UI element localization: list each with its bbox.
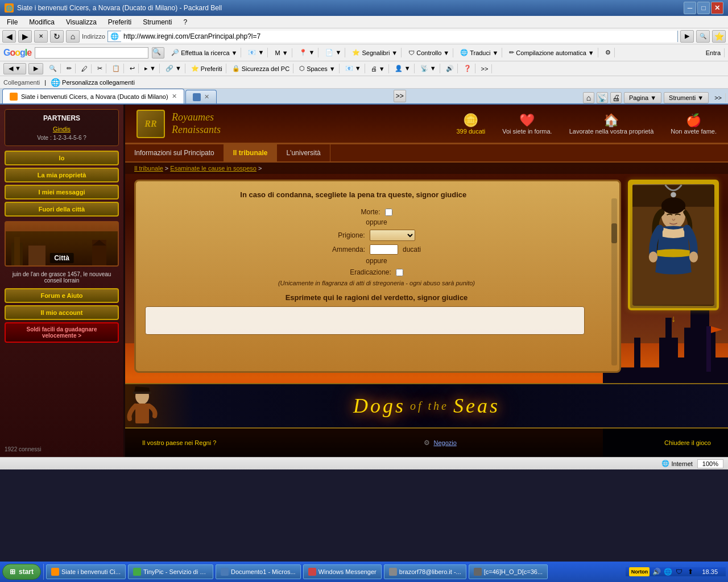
cut-btn[interactable]: ✂ bbox=[94, 64, 106, 73]
tab-close-0[interactable]: ✕ bbox=[172, 93, 177, 100]
speaker-btn[interactable]: 🔊 bbox=[442, 64, 458, 73]
tab-universita[interactable]: L'università bbox=[277, 144, 330, 161]
refresh-button[interactable]: ↻ bbox=[50, 30, 64, 43]
menu-preferiti[interactable]: Preferiti bbox=[104, 17, 136, 27]
vote-label[interactable]: Vote : 1-2-3-4-5-6 ? bbox=[10, 135, 114, 141]
forward-button[interactable]: ▶ bbox=[18, 30, 32, 43]
footer-link-3[interactable]: Chiudere il gioco bbox=[664, 439, 711, 447]
scrollbar[interactable] bbox=[611, 198, 617, 365]
taskbar-btn-0[interactable]: Siate i benvenuti Ci... bbox=[46, 564, 126, 579]
banner[interactable]: Dogs of the Seas bbox=[125, 383, 728, 429]
taskbar-btn-4[interactable]: brazorf78@libero.it -... bbox=[384, 564, 466, 579]
partners-link[interactable]: Gindis bbox=[10, 126, 114, 132]
search-refresh[interactable]: 🔍 bbox=[696, 30, 710, 43]
tab-expand[interactable]: >> bbox=[711, 93, 726, 102]
eradicazione-checkbox[interactable] bbox=[396, 269, 403, 276]
personalizza-link[interactable]: 🌐 Personalizza collegamenti bbox=[51, 78, 135, 87]
tab-pagina[interactable]: Pagina ▼ bbox=[624, 92, 661, 103]
search-btn2[interactable]: 🔍 bbox=[46, 64, 61, 73]
edit2-btn[interactable]: 🖊 bbox=[78, 64, 92, 73]
taskbar-btn-3[interactable]: Windows Messenger bbox=[303, 564, 382, 579]
tray-network[interactable]: 🔊 bbox=[652, 567, 661, 576]
tab-tribunale[interactable]: Il tribunale bbox=[224, 144, 278, 161]
footer-link-1[interactable]: Il vostro paese nei Regni ? bbox=[142, 439, 216, 447]
stop-button[interactable]: ✕ bbox=[34, 30, 48, 43]
paste-btn[interactable]: 📋 bbox=[109, 64, 124, 73]
start-button[interactable]: ⊞ start bbox=[2, 564, 41, 580]
spaces-btn[interactable]: ⬡ Spaces ▼ bbox=[296, 64, 340, 73]
google-search-input[interactable] bbox=[35, 47, 148, 59]
scrollbar-thumb[interactable] bbox=[611, 223, 617, 243]
menu-visualizza[interactable]: Visualizza bbox=[61, 17, 101, 27]
segnalibri-group[interactable]: ⭐ Segnalibri ▼ bbox=[349, 48, 402, 57]
taskbar-btn-1[interactable]: TinyPic - Servizio di h... bbox=[128, 564, 213, 579]
google-search-button[interactable]: 🔍 bbox=[152, 47, 164, 59]
verdict-textarea[interactable] bbox=[145, 306, 585, 335]
forward-btn2[interactable]: ▶ bbox=[28, 63, 43, 74]
undo-btn[interactable]: ↩ bbox=[126, 64, 139, 73]
compilazione-group[interactable]: ✏ Compilazione automatica ▼ bbox=[506, 48, 598, 57]
traduci-group[interactable]: 🌐 Traduci ▼ bbox=[457, 48, 502, 57]
gmail-group[interactable]: M ▼ bbox=[271, 48, 292, 57]
controllo-group[interactable]: 🛡 Controllo ▼ bbox=[405, 48, 453, 57]
morte-checkbox[interactable] bbox=[385, 209, 392, 216]
nav-special[interactable]: Soldi facili da guadagnare velocemente > bbox=[5, 322, 119, 343]
print-btn[interactable]: 🖨 ▼ bbox=[367, 64, 389, 73]
effettua-ricerca-group[interactable]: 🔎Effettua la ricerca▼ bbox=[168, 48, 241, 57]
back-btn2[interactable]: ◀ ▼ bbox=[3, 63, 26, 74]
nav3-btn[interactable]: ▸ ▼ bbox=[141, 64, 160, 73]
tab-principato[interactable]: Informazioni sul Principato bbox=[125, 144, 224, 161]
nav-forum[interactable]: Forum e Aiuto bbox=[5, 288, 119, 303]
minimize-button[interactable]: ─ bbox=[684, 2, 696, 14]
norton-icon[interactable]: Norton bbox=[629, 567, 650, 576]
expand-btn[interactable]: >> bbox=[478, 64, 493, 73]
mail-btn2[interactable]: 📧 ▼ bbox=[342, 64, 365, 73]
maps-group[interactable]: 📍 ▼ bbox=[296, 48, 319, 57]
rss-btn[interactable]: 📡 ▼ bbox=[417, 64, 440, 73]
tab-strumenti[interactable]: Strumenti ▼ bbox=[664, 92, 709, 103]
tab-home[interactable]: ⌂ bbox=[583, 92, 594, 103]
help-btn[interactable]: ❓ bbox=[460, 64, 475, 73]
tab-0[interactable]: Siate i benvenuti Cicers, a Novara (Duca… bbox=[2, 89, 184, 103]
edit-btn[interactable]: ✏ bbox=[63, 64, 76, 73]
maximize-button[interactable]: □ bbox=[697, 2, 710, 14]
back-button[interactable]: ◀ bbox=[2, 30, 16, 43]
taskbar-btn-5[interactable]: [c=46]H_O_D[c=36... bbox=[469, 564, 548, 579]
nav-messaggi[interactable]: I miei messaggi bbox=[5, 185, 119, 199]
tab-nav-right[interactable]: >> bbox=[394, 90, 406, 102]
email-group[interactable]: 📧 ▼ bbox=[245, 48, 268, 57]
go-button[interactable]: ▶ bbox=[680, 30, 694, 43]
tray-update[interactable]: ⬆ bbox=[686, 567, 695, 576]
nav-fuori[interactable]: Fuori della città bbox=[5, 202, 119, 217]
menu-file[interactable]: File bbox=[2, 17, 22, 27]
breadcrumb-tribunale[interactable]: Il tribunale bbox=[134, 165, 163, 172]
menu-modifica[interactable]: Modifica bbox=[24, 17, 59, 27]
tray-antivirus[interactable]: 🛡 bbox=[675, 567, 684, 576]
tab-close-1[interactable]: ✕ bbox=[204, 93, 209, 101]
tab-1[interactable]: ✕ bbox=[185, 90, 217, 103]
city-image[interactable]: Città bbox=[5, 221, 119, 267]
breadcrumb-esaminate[interactable]: Esaminate le cause in sospeso bbox=[170, 165, 257, 172]
menu-help[interactable]: ? bbox=[179, 17, 192, 27]
ammenda-input[interactable] bbox=[370, 244, 398, 255]
menu-strumenti[interactable]: Strumenti bbox=[138, 17, 176, 27]
tab-print[interactable]: 🖨 bbox=[610, 92, 622, 103]
address-input[interactable] bbox=[121, 31, 677, 42]
nav-account[interactable]: Il mio account bbox=[5, 305, 119, 320]
footer-link-2[interactable]: ⚙ Negozio bbox=[424, 439, 456, 447]
nav-proprieta[interactable]: La mia proprietà bbox=[5, 168, 119, 182]
prigione-select[interactable]: 1 giorno 2 giorni bbox=[370, 230, 415, 241]
entra-group[interactable]: Entra bbox=[702, 48, 725, 57]
tab-rss[interactable]: 📡 bbox=[597, 92, 608, 103]
user-btn[interactable]: 👤 ▼ bbox=[391, 64, 415, 73]
zoom-level[interactable]: 100% bbox=[697, 459, 723, 468]
tray-volume[interactable]: 🌐 bbox=[663, 567, 672, 576]
link-btn[interactable]: 🔗 ▼ bbox=[162, 64, 185, 73]
taskbar-btn-2[interactable]: Documento1 - Micros... bbox=[216, 564, 301, 579]
sicurezza-btn[interactable]: 🔒 Sicurezza del PC bbox=[229, 64, 293, 73]
nav-io[interactable]: Io bbox=[5, 151, 119, 165]
docs-group[interactable]: 📄 ▼ bbox=[322, 48, 345, 57]
close-button[interactable]: ✕ bbox=[711, 2, 723, 14]
settings-group[interactable]: ⚙ bbox=[602, 48, 615, 57]
bookmark-star[interactable]: ⭐ bbox=[712, 30, 726, 43]
